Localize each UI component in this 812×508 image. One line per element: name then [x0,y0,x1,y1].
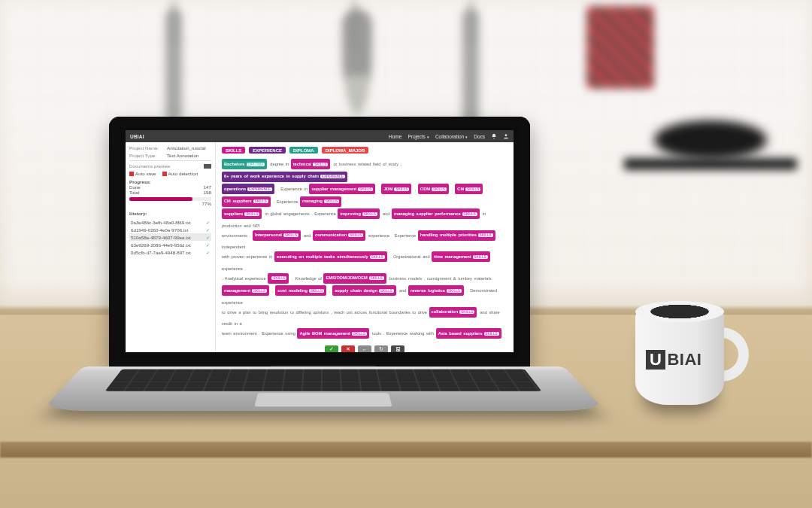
next-button[interactable]: ↻ [374,345,388,353]
entity-token[interactable]: CM suppliersSKILLS [222,196,271,207]
doc-text: . Analytical experience [222,275,268,280]
project-type-label: Project Type: [129,153,164,158]
laptop-screen-frame: UBIAI Home Projects Collaboration Docs [109,117,530,369]
doc-text: , [484,187,487,191]
entity-token[interactable]: improvingSKILLS [338,208,380,219]
user-icon[interactable] [503,133,509,139]
doc-text: and [380,211,392,216]
progress-label: Progress: [129,179,211,184]
action-bar: ✓ ✕ ← ↻ 🖫 [222,345,508,353]
table-edge [0,442,812,457]
auto-save-checkbox[interactable]: Auto save [129,171,156,176]
trackpad [253,393,392,407]
shelf [624,158,797,170]
history-label: History: [129,211,211,216]
entity-token[interactable]: CMSKILLS [455,184,483,194]
label-tag-diploma_major[interactable]: DIPLOMA_MAJOR [322,147,369,154]
doc-text: experience . Experience [367,233,418,237]
label-tag-diploma[interactable]: DIPLOMA [289,147,318,154]
entity-token[interactable]: InterpersonalSKILLS [253,230,301,241]
stat-done-k: Done [129,184,141,190]
potholder-icon [586,6,654,89]
doc-text: with proven experience in [222,254,274,259]
annotated-document[interactable]: BachelorsDIPLOMA degree in technicalSKIL… [222,159,508,341]
entity-token[interactable]: Asia based suppliersSKILLS [436,328,501,339]
entity-token[interactable]: EMS/ODM/JDM/OEMSKILLS [323,273,386,284]
doc-text: team environment . Experience using [222,331,297,336]
app-screen: UBIAI Home Projects Collaboration Docs [126,130,514,352]
doc-text: . Knowledge of [290,275,324,280]
history-row[interactable]: 0a3e486c-3efb-48a0-8f69.txt✓ [129,218,211,226]
reject-button[interactable]: ✕ [341,345,355,353]
entity-token[interactable]: managingSKILLS [300,196,341,207]
entity-token[interactable]: BachelorsDIPLOMA [222,159,267,169]
doc-text: , [271,288,276,293]
label-legend: SKILLSEXPERIENCEDIPLOMADIPLOMA_MAJOR [222,147,508,154]
doc-text: and [301,233,313,237]
pager-icon[interactable] [204,164,211,169]
history-row[interactable]: 510a58e-4879-4607-99ea.txt✓ [129,233,211,241]
topbar: UBIAI Home Projects Collaboration Docs [126,130,514,142]
doc-text: . Experience in [276,187,310,191]
doc-text: . [502,331,505,336]
entity-token[interactable]: collaborationSKILLS [429,307,477,318]
pan-icon [654,120,767,160]
history-row[interactable]: 6d1949-0260-4e0a-9706.txt✓ [129,226,211,233]
entity-token[interactable]: time managementSKILLS [432,251,489,262]
entity-token[interactable]: handling multiple prioritiesSKILLS [418,230,495,241]
history-row[interactable]: 0d5cfb-d7-7ae9-4948-897.txt✓ [129,248,211,256]
laptop-base [41,367,606,411]
nav-projects[interactable]: Projects [408,134,429,139]
history-list: 0a3e486c-3efb-48a0-8f69.txt✓6d1949-0260-… [129,218,211,256]
stat-total-v: 198 [204,190,211,195]
spatula-icon [165,9,182,122]
nav-collaboration[interactable]: Collaboration [435,134,468,139]
history-row[interactable]: 63e9269-2086-44e9-956d.txt✓ [129,241,211,248]
doc-text: experience . [222,266,246,271]
save-button[interactable]: 🖫 [391,345,404,353]
doc-text: . Experience [271,199,300,203]
entity-token[interactable]: suppliersSKILLS [222,208,262,219]
doc-text: in global engagements . Experience [263,211,338,216]
progress-pct: 77% [129,201,211,206]
entity-token[interactable]: reverse logisticsSKILLS [408,285,464,296]
sidebar: Project Name: Annotation_tutorial Projec… [126,142,216,352]
entity-token[interactable]: supplier managementSKILLS [309,184,375,194]
entity-token[interactable]: operationsEXPERIENCE [222,184,274,194]
project-name-label: Project Name: [129,145,164,151]
entity-token[interactable]: technicalSKILLS [291,159,331,169]
nav-docs[interactable]: Docs [474,134,485,139]
entity-token[interactable]: communicationSKILLS [313,230,365,241]
entity-token[interactable]: managing supplier performanceSKILLS [392,208,480,219]
mug-logo: UBIAI [646,350,701,370]
project-type-value: Text Annotation [167,153,198,158]
bell-icon[interactable] [491,133,497,139]
entity-token[interactable]: Agile BOM managementSKILLS [297,328,368,339]
doc-text: , [327,288,332,293]
nav-home[interactable]: Home [389,134,401,139]
top-nav: Home Projects Collaboration Docs [389,133,509,139]
auto-detection-checkbox[interactable]: Auto detection [162,171,198,176]
doc-text: , [450,187,456,191]
doc-text: , [413,187,418,191]
prev-button[interactable]: ← [358,345,371,353]
entity-token[interactable]: supply chain designSKILLS [332,285,396,296]
doc-text: or business related field of study , [332,162,401,166]
entity-token[interactable]: managementSKILLS [222,285,269,296]
accept-button[interactable]: ✓ [325,345,338,353]
entity-token[interactable]: SKILLS [268,273,289,284]
doc-text: business models , consignment & turnkey … [387,275,491,280]
entity-token[interactable]: 6+ years of work experience in supply ch… [222,172,347,182]
stat-total-k: Total [129,190,139,195]
entity-token[interactable]: executing on multiple tasks simultaneous… [274,251,387,262]
entity-token[interactable]: cost modelingSKILLS [275,285,326,296]
doc-text: . Organizational and [388,254,432,259]
entity-token[interactable]: JDMSKILLS [381,184,411,194]
keyboard [105,370,542,391]
stat-done-v: 147 [204,184,211,190]
label-tag-experience[interactable]: EXPERIENCE [249,147,286,154]
svg-point-0 [505,134,508,136]
doc-text: to drive a plan to bring resolution to d… [222,309,429,314]
label-tag-skills[interactable]: SKILLS [222,147,245,154]
entity-token[interactable]: ODMSKILLS [418,184,449,194]
